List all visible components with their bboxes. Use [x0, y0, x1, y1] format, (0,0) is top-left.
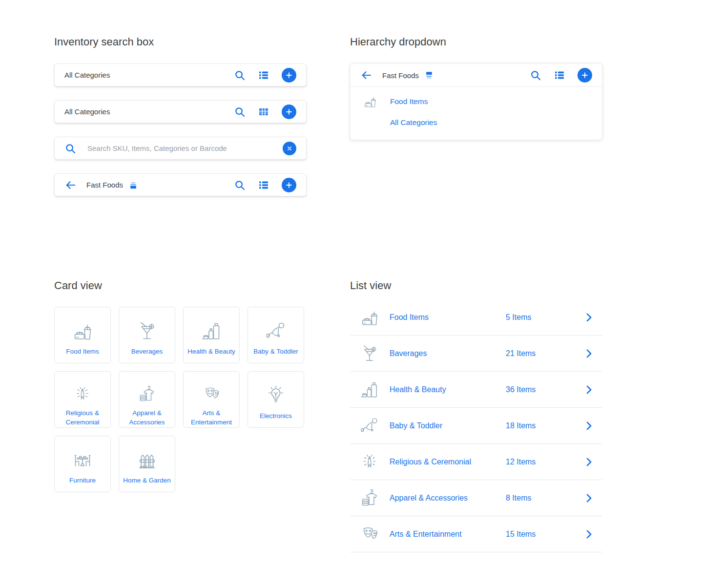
list-row-apparel-accessories[interactable]: Apparel & Accessories 8 Items — [350, 480, 602, 516]
list-row-count: 5 Items — [506, 313, 531, 322]
stack-icon — [424, 70, 434, 81]
religious-ceremonial-icon — [359, 451, 380, 473]
card-baby-toddler[interactable]: Baby & Toddler — [247, 307, 304, 363]
card-health-beauty[interactable]: Health & Beauty — [183, 307, 240, 363]
list-row-label: Religious & Ceremonial — [390, 458, 506, 466]
card-label: Home & Garden — [123, 476, 171, 485]
beverages-icon — [359, 343, 380, 364]
chevron-right-icon[interactable] — [583, 456, 595, 468]
baby-toddler-icon — [264, 319, 288, 343]
list-row-label: Apparel & Accessories — [390, 494, 506, 503]
list-row-food-items[interactable]: Food Items 5 Items — [350, 299, 602, 336]
category-search-box-grid[interactable]: All Categories — [54, 100, 307, 123]
chevron-right-icon[interactable] — [583, 384, 595, 396]
back-arrow-icon[interactable] — [360, 69, 372, 81]
list-row-religious-ceremonial[interactable]: Religious & Ceremonial 12 Items — [350, 444, 602, 480]
food-items-icon — [359, 307, 380, 328]
add-button[interactable] — [282, 105, 296, 119]
stack-icon — [128, 180, 139, 190]
hierarchy-dropdown-title: Hierarchy dropdown — [350, 35, 446, 49]
plus-icon — [580, 71, 589, 80]
religious-ceremonial-icon — [71, 384, 94, 404]
card-view-title: Card view — [54, 279, 102, 293]
card-home-garden[interactable]: Home & Garden — [119, 436, 175, 492]
electronics-icon — [264, 384, 288, 407]
grid-view-icon[interactable] — [258, 106, 269, 118]
furniture-icon — [71, 448, 94, 472]
chevron-right-icon[interactable] — [583, 420, 595, 432]
beverages-icon — [135, 319, 159, 343]
list-row-baby-toddler[interactable]: Baby & Toddler 18 Items — [350, 408, 602, 444]
list-view-title: List view — [350, 279, 391, 293]
chevron-right-icon[interactable] — [583, 492, 595, 504]
card-label: Beverages — [123, 347, 171, 357]
chevron-right-icon[interactable] — [583, 348, 595, 359]
category-search-box-list[interactable]: All Categories — [54, 63, 307, 86]
breadcrumb-search-box[interactable]: Fast Foods — [54, 173, 307, 196]
dropdown-item-all-categories[interactable]: All Categories — [350, 112, 602, 133]
card-arts-entertainment[interactable]: Arts & Entertainment — [183, 371, 240, 428]
hierarchy-dropdown-card: Fast Foods Food Items All Categories — [350, 63, 602, 140]
list-row-arts-entertainment[interactable]: Arts & Entertainment 15 Items — [350, 516, 602, 552]
food-items-icon — [362, 94, 378, 109]
dropdown-item-food-items[interactable]: Food Items — [350, 91, 602, 112]
card-beverages[interactable]: Beverages — [119, 307, 175, 363]
health-beauty-icon — [359, 379, 380, 400]
inventory-search-title: Inventory search box — [54, 35, 154, 49]
current-category-label: Fast Foods — [86, 181, 123, 189]
list-row-count: 15 Items — [506, 530, 536, 539]
chevron-right-icon[interactable] — [583, 528, 595, 540]
card-electronics[interactable]: Electronics — [247, 371, 304, 428]
card-label: Baby & Toddler — [252, 347, 300, 357]
add-button[interactable] — [282, 68, 296, 83]
list-row-count: 12 Items — [506, 458, 536, 466]
add-button[interactable] — [282, 178, 296, 192]
selected-category-label: All Categories — [64, 107, 110, 116]
search-icon[interactable] — [234, 179, 246, 191]
list-view-icon[interactable] — [258, 69, 269, 81]
search-icon[interactable] — [234, 69, 246, 81]
hierarchy-header[interactable]: Fast Foods — [350, 64, 602, 87]
list-row-count: 21 Items — [506, 349, 536, 358]
dropdown-item-label: All Categories — [390, 118, 437, 127]
search-input-box[interactable] — [54, 137, 307, 160]
card-label: Arts & Entertainment — [187, 408, 235, 427]
chevron-right-icon[interactable] — [583, 312, 595, 323]
card-label: Apparel & Accessories — [123, 408, 171, 427]
category-list: Food Items 5 Items Baverages 21 Items He… — [350, 299, 602, 552]
clear-button[interactable] — [283, 142, 296, 155]
list-view-icon[interactable] — [554, 69, 565, 81]
card-religious-ceremonial[interactable]: Religious & Ceremonial — [54, 371, 111, 428]
search-input[interactable] — [86, 144, 283, 153]
search-icon[interactable] — [234, 106, 246, 118]
baby-toddler-icon — [359, 415, 380, 437]
list-row-label: Baverages — [390, 349, 506, 358]
food-items-icon — [71, 319, 94, 343]
hierarchy-dropdown-list: Food Items All Categories — [350, 87, 602, 136]
card-food-items[interactable]: Food Items — [54, 307, 111, 363]
plus-icon — [285, 71, 293, 80]
list-row-count: 18 Items — [506, 421, 536, 430]
list-row-label: Food Items — [390, 313, 506, 322]
card-apparel-accessories[interactable]: Apparel & Accessories — [119, 371, 175, 428]
add-button[interactable] — [577, 68, 592, 83]
list-row-health-beauty[interactable]: Health & Beauty 36 Items — [350, 372, 602, 408]
dropdown-item-label: Food Items — [390, 97, 428, 106]
list-row-count: 36 Items — [506, 385, 536, 394]
arts-entertainment-icon — [359, 524, 380, 545]
list-row-baverages[interactable]: Baverages 21 Items — [350, 336, 602, 372]
card-label: Health & Beauty — [187, 347, 235, 357]
search-icon[interactable] — [530, 69, 541, 81]
list-view-icon[interactable] — [258, 179, 269, 191]
card-furniture[interactable]: Furniture — [54, 436, 111, 492]
list-row-label: Health & Beauty — [390, 385, 506, 394]
card-label: Food Items — [59, 347, 106, 357]
search-icon — [64, 143, 76, 154]
list-row-label: Arts & Entertainment — [390, 530, 506, 539]
health-beauty-icon — [200, 319, 223, 343]
card-label: Electronics — [252, 411, 300, 421]
selected-category-label: All Categories — [64, 71, 110, 79]
list-row-count: 8 Items — [506, 494, 531, 503]
plus-icon — [285, 107, 293, 116]
back-arrow-icon[interactable] — [64, 179, 76, 191]
